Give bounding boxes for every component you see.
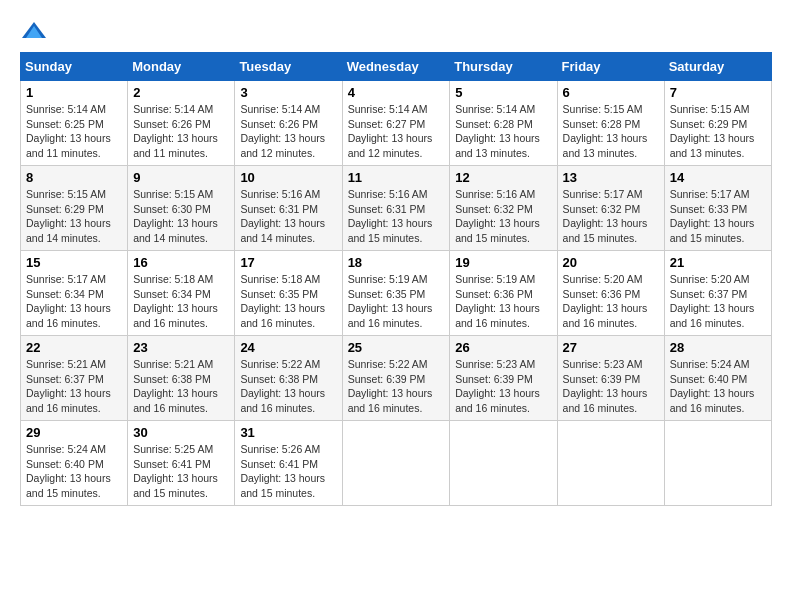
logo [20,20,52,42]
day-detail: Sunrise: 5:17 AMSunset: 6:32 PMDaylight:… [563,188,648,244]
calendar-cell: 13 Sunrise: 5:17 AMSunset: 6:32 PMDaylig… [557,166,664,251]
calendar-cell: 2 Sunrise: 5:14 AMSunset: 6:26 PMDayligh… [128,81,235,166]
week-row-2: 8 Sunrise: 5:15 AMSunset: 6:29 PMDayligh… [21,166,772,251]
calendar-cell: 16 Sunrise: 5:18 AMSunset: 6:34 PMDaylig… [128,251,235,336]
week-row-3: 15 Sunrise: 5:17 AMSunset: 6:34 PMDaylig… [21,251,772,336]
column-header-sunday: Sunday [21,53,128,81]
day-detail: Sunrise: 5:14 AMSunset: 6:26 PMDaylight:… [133,103,218,159]
day-detail: Sunrise: 5:15 AMSunset: 6:28 PMDaylight:… [563,103,648,159]
day-detail: Sunrise: 5:23 AMSunset: 6:39 PMDaylight:… [563,358,648,414]
calendar-cell: 20 Sunrise: 5:20 AMSunset: 6:36 PMDaylig… [557,251,664,336]
calendar-cell: 14 Sunrise: 5:17 AMSunset: 6:33 PMDaylig… [664,166,771,251]
day-number: 31 [240,425,336,440]
calendar-cell: 24 Sunrise: 5:22 AMSunset: 6:38 PMDaylig… [235,336,342,421]
day-number: 10 [240,170,336,185]
day-detail: Sunrise: 5:19 AMSunset: 6:35 PMDaylight:… [348,273,433,329]
column-header-thursday: Thursday [450,53,557,81]
logo-icon [20,20,48,42]
calendar-cell: 21 Sunrise: 5:20 AMSunset: 6:37 PMDaylig… [664,251,771,336]
day-detail: Sunrise: 5:20 AMSunset: 6:37 PMDaylight:… [670,273,755,329]
day-number: 22 [26,340,122,355]
column-header-saturday: Saturday [664,53,771,81]
day-detail: Sunrise: 5:16 AMSunset: 6:32 PMDaylight:… [455,188,540,244]
calendar-cell: 15 Sunrise: 5:17 AMSunset: 6:34 PMDaylig… [21,251,128,336]
day-detail: Sunrise: 5:22 AMSunset: 6:39 PMDaylight:… [348,358,433,414]
day-detail: Sunrise: 5:16 AMSunset: 6:31 PMDaylight:… [348,188,433,244]
calendar-cell: 29 Sunrise: 5:24 AMSunset: 6:40 PMDaylig… [21,421,128,506]
calendar-cell: 1 Sunrise: 5:14 AMSunset: 6:25 PMDayligh… [21,81,128,166]
day-detail: Sunrise: 5:18 AMSunset: 6:35 PMDaylight:… [240,273,325,329]
day-detail: Sunrise: 5:20 AMSunset: 6:36 PMDaylight:… [563,273,648,329]
calendar-cell: 31 Sunrise: 5:26 AMSunset: 6:41 PMDaylig… [235,421,342,506]
day-detail: Sunrise: 5:22 AMSunset: 6:38 PMDaylight:… [240,358,325,414]
calendar-cell: 6 Sunrise: 5:15 AMSunset: 6:28 PMDayligh… [557,81,664,166]
day-number: 3 [240,85,336,100]
day-detail: Sunrise: 5:19 AMSunset: 6:36 PMDaylight:… [455,273,540,329]
calendar-cell: 12 Sunrise: 5:16 AMSunset: 6:32 PMDaylig… [450,166,557,251]
day-number: 5 [455,85,551,100]
calendar-cell: 19 Sunrise: 5:19 AMSunset: 6:36 PMDaylig… [450,251,557,336]
day-detail: Sunrise: 5:21 AMSunset: 6:37 PMDaylight:… [26,358,111,414]
calendar-cell [450,421,557,506]
day-detail: Sunrise: 5:26 AMSunset: 6:41 PMDaylight:… [240,443,325,499]
calendar-cell [664,421,771,506]
calendar-cell [557,421,664,506]
day-number: 20 [563,255,659,270]
day-detail: Sunrise: 5:17 AMSunset: 6:33 PMDaylight:… [670,188,755,244]
calendar-cell: 9 Sunrise: 5:15 AMSunset: 6:30 PMDayligh… [128,166,235,251]
day-number: 18 [348,255,445,270]
day-detail: Sunrise: 5:18 AMSunset: 6:34 PMDaylight:… [133,273,218,329]
day-number: 25 [348,340,445,355]
column-header-monday: Monday [128,53,235,81]
day-detail: Sunrise: 5:16 AMSunset: 6:31 PMDaylight:… [240,188,325,244]
calendar-cell: 18 Sunrise: 5:19 AMSunset: 6:35 PMDaylig… [342,251,450,336]
day-number: 29 [26,425,122,440]
calendar-cell: 23 Sunrise: 5:21 AMSunset: 6:38 PMDaylig… [128,336,235,421]
day-number: 12 [455,170,551,185]
column-header-wednesday: Wednesday [342,53,450,81]
day-number: 14 [670,170,766,185]
calendar-table: SundayMondayTuesdayWednesdayThursdayFrid… [20,52,772,506]
day-detail: Sunrise: 5:15 AMSunset: 6:29 PMDaylight:… [26,188,111,244]
day-number: 16 [133,255,229,270]
column-header-friday: Friday [557,53,664,81]
day-detail: Sunrise: 5:24 AMSunset: 6:40 PMDaylight:… [26,443,111,499]
day-number: 9 [133,170,229,185]
day-number: 24 [240,340,336,355]
day-number: 26 [455,340,551,355]
day-detail: Sunrise: 5:23 AMSunset: 6:39 PMDaylight:… [455,358,540,414]
day-number: 1 [26,85,122,100]
week-row-4: 22 Sunrise: 5:21 AMSunset: 6:37 PMDaylig… [21,336,772,421]
calendar-cell: 22 Sunrise: 5:21 AMSunset: 6:37 PMDaylig… [21,336,128,421]
day-number: 30 [133,425,229,440]
day-number: 23 [133,340,229,355]
day-detail: Sunrise: 5:14 AMSunset: 6:25 PMDaylight:… [26,103,111,159]
day-number: 4 [348,85,445,100]
day-number: 6 [563,85,659,100]
day-detail: Sunrise: 5:17 AMSunset: 6:34 PMDaylight:… [26,273,111,329]
calendar-cell: 8 Sunrise: 5:15 AMSunset: 6:29 PMDayligh… [21,166,128,251]
calendar-cell: 17 Sunrise: 5:18 AMSunset: 6:35 PMDaylig… [235,251,342,336]
day-detail: Sunrise: 5:14 AMSunset: 6:28 PMDaylight:… [455,103,540,159]
day-number: 21 [670,255,766,270]
calendar-header-row: SundayMondayTuesdayWednesdayThursdayFrid… [21,53,772,81]
calendar-cell: 25 Sunrise: 5:22 AMSunset: 6:39 PMDaylig… [342,336,450,421]
day-number: 15 [26,255,122,270]
calendar-cell: 26 Sunrise: 5:23 AMSunset: 6:39 PMDaylig… [450,336,557,421]
day-detail: Sunrise: 5:15 AMSunset: 6:30 PMDaylight:… [133,188,218,244]
calendar-cell: 28 Sunrise: 5:24 AMSunset: 6:40 PMDaylig… [664,336,771,421]
column-header-tuesday: Tuesday [235,53,342,81]
day-number: 7 [670,85,766,100]
day-number: 11 [348,170,445,185]
calendar-cell: 30 Sunrise: 5:25 AMSunset: 6:41 PMDaylig… [128,421,235,506]
header [20,20,772,42]
day-number: 19 [455,255,551,270]
day-detail: Sunrise: 5:14 AMSunset: 6:26 PMDaylight:… [240,103,325,159]
day-detail: Sunrise: 5:14 AMSunset: 6:27 PMDaylight:… [348,103,433,159]
day-detail: Sunrise: 5:21 AMSunset: 6:38 PMDaylight:… [133,358,218,414]
day-number: 27 [563,340,659,355]
day-number: 28 [670,340,766,355]
calendar-cell: 5 Sunrise: 5:14 AMSunset: 6:28 PMDayligh… [450,81,557,166]
day-number: 17 [240,255,336,270]
day-number: 2 [133,85,229,100]
